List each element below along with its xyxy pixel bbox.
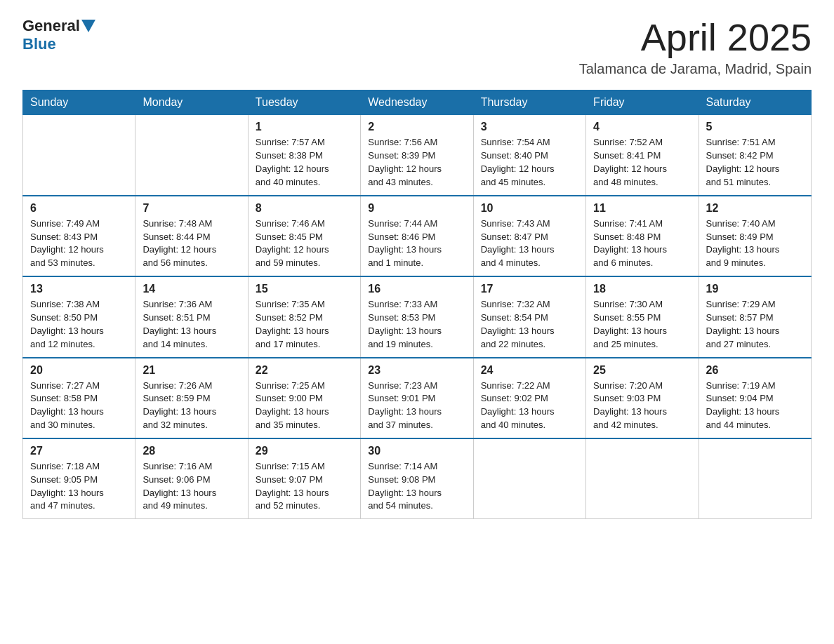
day-number: 28	[143, 445, 240, 457]
calendar-cell-w1-d0	[23, 115, 135, 196]
title-block: April 2025 Talamanca de Jarama, Madrid, …	[579, 17, 812, 77]
day-info: Sunrise: 7:40 AM Sunset: 8:49 PM Dayligh…	[706, 217, 804, 270]
day-number: 13	[30, 283, 128, 295]
day-number: 26	[706, 364, 804, 377]
day-info: Sunrise: 7:29 AM Sunset: 8:57 PM Dayligh…	[706, 298, 804, 351]
day-info: Sunrise: 7:15 AM Sunset: 9:07 PM Dayligh…	[256, 460, 353, 513]
day-number: 23	[368, 364, 465, 377]
day-number: 5	[706, 121, 804, 133]
week-row-4: 20Sunrise: 7:27 AM Sunset: 8:58 PM Dayli…	[23, 358, 812, 438]
day-number: 21	[143, 364, 240, 377]
col-friday: Friday	[586, 90, 699, 115]
day-info: Sunrise: 7:14 AM Sunset: 9:08 PM Dayligh…	[368, 460, 465, 513]
day-info: Sunrise: 7:57 AM Sunset: 8:38 PM Dayligh…	[256, 136, 353, 189]
day-info: Sunrise: 7:23 AM Sunset: 9:01 PM Dayligh…	[368, 380, 465, 432]
day-info: Sunrise: 7:22 AM Sunset: 9:02 PM Dayligh…	[481, 380, 578, 432]
day-number: 3	[481, 121, 578, 133]
calendar-cell-w5-d0: 27Sunrise: 7:18 AM Sunset: 9:05 PM Dayli…	[23, 438, 135, 519]
day-number: 4	[593, 121, 691, 133]
day-info: Sunrise: 7:52 AM Sunset: 8:41 PM Dayligh…	[593, 136, 691, 189]
calendar-cell-w4-d5: 25Sunrise: 7:20 AM Sunset: 9:03 PM Dayli…	[586, 358, 699, 438]
calendar-cell-w1-d2: 1Sunrise: 7:57 AM Sunset: 8:38 PM Daylig…	[248, 115, 360, 196]
day-number: 9	[368, 202, 465, 215]
day-number: 1	[256, 121, 353, 133]
calendar-cell-w5-d2: 29Sunrise: 7:15 AM Sunset: 9:07 PM Dayli…	[248, 438, 360, 519]
day-info: Sunrise: 7:32 AM Sunset: 8:54 PM Dayligh…	[481, 298, 578, 351]
day-number: 12	[706, 202, 804, 215]
logo-general-text: General	[22, 17, 80, 35]
day-number: 8	[256, 202, 353, 215]
day-info: Sunrise: 7:19 AM Sunset: 9:04 PM Dayligh…	[706, 380, 804, 432]
week-row-3: 13Sunrise: 7:38 AM Sunset: 8:50 PM Dayli…	[23, 276, 812, 357]
calendar-cell-w2-d5: 11Sunrise: 7:41 AM Sunset: 8:48 PM Dayli…	[586, 196, 699, 276]
day-info: Sunrise: 7:35 AM Sunset: 8:52 PM Dayligh…	[256, 298, 353, 351]
month-year-title: April 2025	[579, 17, 812, 58]
page-header: General Blue April 2025 Talamanca de Jar…	[22, 17, 812, 77]
day-info: Sunrise: 7:18 AM Sunset: 9:05 PM Dayligh…	[30, 460, 128, 513]
day-number: 25	[593, 364, 691, 377]
calendar-cell-w3-d6: 19Sunrise: 7:29 AM Sunset: 8:57 PM Dayli…	[699, 276, 811, 357]
calendar-cell-w1-d1	[135, 115, 248, 196]
calendar-cell-w5-d3: 30Sunrise: 7:14 AM Sunset: 9:08 PM Dayli…	[361, 438, 473, 519]
day-info: Sunrise: 7:43 AM Sunset: 8:47 PM Dayligh…	[481, 217, 578, 270]
calendar-cell-w1-d5: 4Sunrise: 7:52 AM Sunset: 8:41 PM Daylig…	[586, 115, 699, 196]
calendar-cell-w2-d0: 6Sunrise: 7:49 AM Sunset: 8:43 PM Daylig…	[23, 196, 135, 276]
day-number: 19	[706, 283, 804, 295]
logo-triangle-icon	[81, 20, 95, 32]
day-info: Sunrise: 7:51 AM Sunset: 8:42 PM Dayligh…	[706, 136, 804, 189]
day-info: Sunrise: 7:20 AM Sunset: 9:03 PM Dayligh…	[593, 380, 691, 432]
calendar-cell-w2-d2: 8Sunrise: 7:46 AM Sunset: 8:45 PM Daylig…	[248, 196, 360, 276]
week-row-5: 27Sunrise: 7:18 AM Sunset: 9:05 PM Dayli…	[23, 438, 812, 519]
day-info: Sunrise: 7:30 AM Sunset: 8:55 PM Dayligh…	[593, 298, 691, 351]
calendar-cell-w3-d1: 14Sunrise: 7:36 AM Sunset: 8:51 PM Dayli…	[135, 276, 248, 357]
calendar-cell-w3-d0: 13Sunrise: 7:38 AM Sunset: 8:50 PM Dayli…	[23, 276, 135, 357]
calendar-cell-w3-d5: 18Sunrise: 7:30 AM Sunset: 8:55 PM Dayli…	[586, 276, 699, 357]
week-row-1: 1Sunrise: 7:57 AM Sunset: 8:38 PM Daylig…	[23, 115, 812, 196]
day-info: Sunrise: 7:44 AM Sunset: 8:46 PM Dayligh…	[368, 217, 465, 270]
calendar-cell-w3-d3: 16Sunrise: 7:33 AM Sunset: 8:53 PM Dayli…	[361, 276, 473, 357]
calendar-cell-w1-d4: 3Sunrise: 7:54 AM Sunset: 8:40 PM Daylig…	[473, 115, 585, 196]
day-number: 29	[256, 445, 353, 457]
day-number: 24	[481, 364, 578, 377]
day-number: 7	[143, 202, 240, 215]
week-row-2: 6Sunrise: 7:49 AM Sunset: 8:43 PM Daylig…	[23, 196, 812, 276]
day-info: Sunrise: 7:48 AM Sunset: 8:44 PM Dayligh…	[143, 217, 240, 270]
col-wednesday: Wednesday	[361, 90, 473, 115]
calendar-cell-w3-d4: 17Sunrise: 7:32 AM Sunset: 8:54 PM Dayli…	[473, 276, 585, 357]
calendar-cell-w4-d4: 24Sunrise: 7:22 AM Sunset: 9:02 PM Dayli…	[473, 358, 585, 438]
day-number: 6	[30, 202, 128, 215]
calendar-cell-w5-d5	[586, 438, 699, 519]
calendar-cell-w2-d6: 12Sunrise: 7:40 AM Sunset: 8:49 PM Dayli…	[699, 196, 811, 276]
day-info: Sunrise: 7:25 AM Sunset: 9:00 PM Dayligh…	[256, 380, 353, 432]
day-info: Sunrise: 7:38 AM Sunset: 8:50 PM Dayligh…	[30, 298, 128, 351]
col-saturday: Saturday	[699, 90, 811, 115]
day-info: Sunrise: 7:36 AM Sunset: 8:51 PM Dayligh…	[143, 298, 240, 351]
calendar-cell-w4-d2: 22Sunrise: 7:25 AM Sunset: 9:00 PM Dayli…	[248, 358, 360, 438]
day-info: Sunrise: 7:26 AM Sunset: 8:59 PM Dayligh…	[143, 380, 240, 432]
day-info: Sunrise: 7:27 AM Sunset: 8:58 PM Dayligh…	[30, 380, 128, 432]
day-number: 17	[481, 283, 578, 295]
logo: General Blue	[22, 17, 97, 53]
day-number: 22	[256, 364, 353, 377]
col-thursday: Thursday	[473, 90, 585, 115]
calendar-cell-w5-d6	[699, 438, 811, 519]
location-subtitle: Talamanca de Jarama, Madrid, Spain	[579, 61, 812, 77]
col-sunday: Sunday	[23, 90, 135, 115]
day-number: 16	[368, 283, 465, 295]
calendar-cell-w4-d3: 23Sunrise: 7:23 AM Sunset: 9:01 PM Dayli…	[361, 358, 473, 438]
logo-blue-text: Blue	[22, 35, 56, 53]
calendar-cell-w2-d3: 9Sunrise: 7:44 AM Sunset: 8:46 PM Daylig…	[361, 196, 473, 276]
calendar-cell-w5-d4	[473, 438, 585, 519]
calendar-cell-w2-d4: 10Sunrise: 7:43 AM Sunset: 8:47 PM Dayli…	[473, 196, 585, 276]
calendar-cell-w1-d6: 5Sunrise: 7:51 AM Sunset: 8:42 PM Daylig…	[699, 115, 811, 196]
day-number: 27	[30, 445, 128, 457]
calendar-cell-w4-d1: 21Sunrise: 7:26 AM Sunset: 8:59 PM Dayli…	[135, 358, 248, 438]
col-monday: Monday	[135, 90, 248, 115]
day-info: Sunrise: 7:49 AM Sunset: 8:43 PM Dayligh…	[30, 217, 128, 270]
calendar-cell-w5-d1: 28Sunrise: 7:16 AM Sunset: 9:06 PM Dayli…	[135, 438, 248, 519]
calendar-header-row: Sunday Monday Tuesday Wednesday Thursday…	[23, 90, 812, 115]
day-info: Sunrise: 7:56 AM Sunset: 8:39 PM Dayligh…	[368, 136, 465, 189]
calendar-cell-w3-d2: 15Sunrise: 7:35 AM Sunset: 8:52 PM Dayli…	[248, 276, 360, 357]
day-number: 10	[481, 202, 578, 215]
calendar-cell-w1-d3: 2Sunrise: 7:56 AM Sunset: 8:39 PM Daylig…	[361, 115, 473, 196]
